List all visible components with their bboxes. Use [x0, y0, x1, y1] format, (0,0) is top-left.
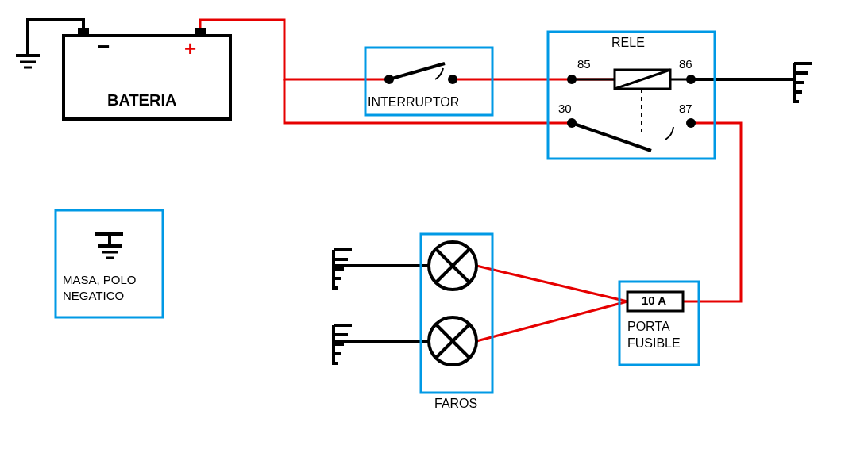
switch-lever-icon [389, 63, 445, 79]
battery-plus-icon: + [184, 36, 196, 60]
wire-fuse-to-faro1 [476, 266, 627, 301]
switch-arc-icon [435, 68, 443, 79]
battery-minus-icon: − [97, 34, 110, 59]
relay-pin87-label: 87 [679, 102, 692, 115]
ground-icon [334, 250, 352, 290]
relay-box [548, 32, 715, 159]
relay-pin86-label: 86 [679, 57, 692, 71]
wire-fuse-to-faro2 [476, 301, 627, 341]
fuse-value-label: 10 A [642, 294, 666, 307]
faros-label: FAROS [434, 397, 477, 411]
relay-pin85-label: 85 [577, 57, 591, 71]
relay-pin86-dot [686, 75, 696, 84]
fuse-label: PORTA FUSIBLE [627, 319, 681, 352]
battery-label: BATERIA [107, 91, 176, 109]
wire-battery-to-switch [200, 20, 389, 79]
wire-battery-neg-to-ground [28, 20, 83, 56]
ground-legend-label: MASA, POLO NEGATICO [63, 272, 137, 303]
battery-pos-terminal [195, 28, 206, 36]
switch-contact-right [448, 75, 457, 84]
relay-pin87-dot [686, 118, 696, 128]
relay-switch-arc [665, 127, 673, 140]
relay-pin30-label: 30 [558, 102, 572, 115]
battery-neg-terminal [78, 28, 89, 36]
ground-icon [16, 56, 40, 67]
ground-icon [95, 234, 123, 258]
relay-switch-lever [572, 123, 651, 151]
ground-icon [334, 325, 352, 365]
relay-label: RELE [611, 36, 645, 50]
wire-relay87-to-fuse [683, 123, 741, 301]
ground-icon [794, 63, 812, 103]
circuit-diagram: − + [0, 0, 868, 449]
switch-label: INTERRUPTOR [368, 95, 459, 109]
